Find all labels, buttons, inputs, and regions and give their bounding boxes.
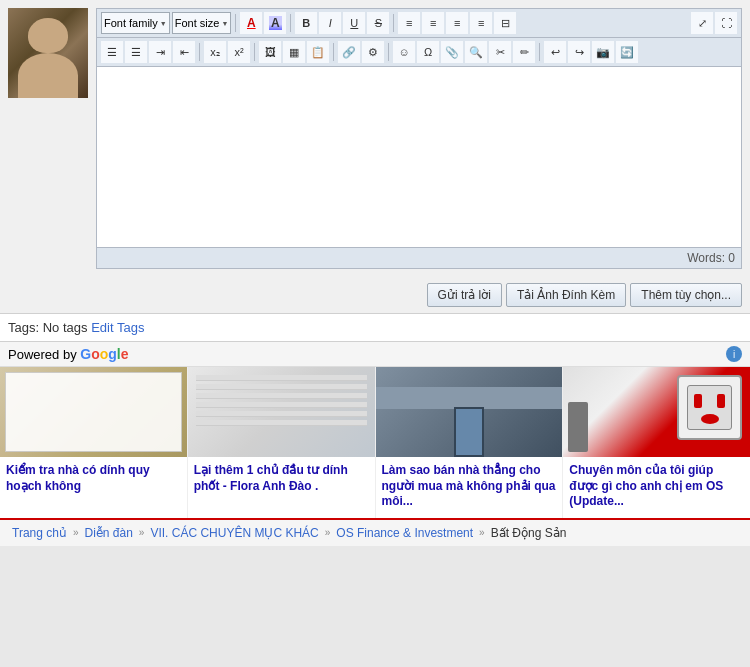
redo-button[interactable]: ↪	[568, 41, 590, 63]
editor-content-area[interactable]	[97, 67, 741, 247]
news-card-4: Chuyên môn của tôi giúp được gì cho anh …	[563, 367, 750, 518]
subscript-button[interactable]: x₂	[204, 41, 226, 63]
avatar	[8, 8, 88, 98]
door-icon	[454, 407, 484, 457]
strikethrough-button[interactable]: S	[367, 12, 389, 34]
send-reply-button[interactable]: Gửi trả lời	[427, 283, 502, 307]
camera-button[interactable]: 📷	[592, 41, 614, 63]
action-buttons-bar: Gửi trả lời Tải Ảnh Đính Kèm Thêm tùy ch…	[0, 277, 750, 313]
edit-tags-link[interactable]: Edit Tags	[91, 320, 144, 335]
news-title-3[interactable]: Làm sao bán nhà thẳng cho người mua mà k…	[382, 463, 557, 510]
attach-button[interactable]: 📎	[441, 41, 463, 63]
indent-button[interactable]: ⇥	[149, 41, 171, 63]
word-count: Words: 0	[687, 251, 735, 265]
toolbar-sep-1	[235, 14, 236, 32]
italic-button[interactable]: I	[319, 12, 341, 34]
news-thumb-2	[188, 367, 375, 457]
ul-list-button[interactable]: ☰	[101, 41, 123, 63]
wall-icon	[376, 387, 563, 409]
toolbar-sep-6	[333, 43, 334, 61]
powered-by-google: Powered by Google	[8, 346, 129, 362]
news-thumb-1	[0, 367, 187, 457]
special-char-button[interactable]: Ω	[417, 41, 439, 63]
upload-image-button[interactable]: Tải Ảnh Đính Kèm	[506, 283, 626, 307]
breadcrumb-sep-2: »	[139, 527, 145, 538]
breadcrumb-home[interactable]: Trang chủ	[8, 525, 71, 541]
toolbar-sep-2	[290, 14, 291, 32]
breadcrumb: Trang chủ » Diễn đàn » VII. CÁC CHUYÊN M…	[0, 518, 750, 546]
undo-button[interactable]: ↩	[544, 41, 566, 63]
font-size-select[interactable]: Font size	[172, 12, 232, 34]
horizontal-rule-button[interactable]: ⊟	[494, 12, 516, 34]
align-right-button[interactable]: ≡	[446, 12, 468, 34]
news-thumb-4	[563, 367, 750, 457]
tags-label: Tags:	[8, 320, 39, 335]
power-cube-icon	[677, 375, 742, 440]
news-card-1: Kiểm tra nhà có dính quy hoạch không	[0, 367, 188, 518]
google-logo: Google	[80, 346, 128, 362]
doc-icon	[5, 372, 182, 452]
insert-table-button[interactable]: ▦	[283, 41, 305, 63]
emoticon-button[interactable]: ☺	[393, 41, 415, 63]
paste-button[interactable]: 📋	[307, 41, 329, 63]
fullscreen-button[interactable]: ⛶	[715, 12, 737, 34]
superscript-button[interactable]: x²	[228, 41, 250, 63]
toolbar-sep-3	[393, 14, 394, 32]
breadcrumb-forum[interactable]: Diễn đàn	[80, 525, 136, 541]
news-thumb-3	[376, 367, 563, 457]
search-button[interactable]: 🔍	[465, 41, 487, 63]
news-title-4[interactable]: Chuyên môn của tôi giúp được gì cho anh …	[569, 463, 744, 510]
font-family-label: Font family	[104, 17, 158, 29]
resize-button[interactable]: ⤢	[691, 12, 713, 34]
format-button[interactable]: ✏	[513, 41, 535, 63]
breadcrumb-category[interactable]: VII. CÁC CHUYÊN MỤC KHÁC	[146, 525, 322, 541]
news-title-1[interactable]: Kiểm tra nhà có dính quy hoạch không	[6, 463, 181, 494]
align-justify-button[interactable]: ≡	[470, 12, 492, 34]
toolbar-row-2: ☰ ☰ ⇥ ⇤ x₂ x² 🖼 ▦ 📋 🔗 ⚙ ☺ Ω 📎 🔍 ✂ ✏ ↩ ↪ …	[97, 38, 741, 67]
ol-list-button[interactable]: ☰	[125, 41, 147, 63]
toolbar-sep-8	[539, 43, 540, 61]
insert-media-button[interactable]: ⚙	[362, 41, 384, 63]
tags-value: No tags	[43, 320, 88, 335]
toolbar-sep-5	[254, 43, 255, 61]
underline-button[interactable]: U	[343, 12, 365, 34]
insert-link-button[interactable]: 🔗	[338, 41, 360, 63]
breadcrumb-current: Bất Động Sản	[487, 525, 571, 541]
news-title-2[interactable]: Lại thêm 1 chủ đầu tư dính phốt - Flora …	[194, 463, 369, 494]
rich-text-editor: Font family Font size A A B I U S ≡ ≡ ≡ …	[96, 8, 742, 269]
editor-container: Font family Font size A A B I U S ≡ ≡ ≡ …	[0, 0, 750, 277]
toolbar-row-1: Font family Font size A A B I U S ≡ ≡ ≡ …	[97, 9, 741, 38]
outdent-button[interactable]: ⇤	[173, 41, 195, 63]
bold-button[interactable]: B	[295, 12, 317, 34]
more-options-button[interactable]: Thêm tùy chọn...	[630, 283, 742, 307]
tags-section: Tags: No tags Edit Tags	[0, 313, 750, 342]
breadcrumb-sep-1: »	[73, 527, 79, 538]
font-family-select[interactable]: Font family	[101, 12, 170, 34]
avatar-image	[8, 8, 88, 98]
insert-image-button[interactable]: 🖼	[259, 41, 281, 63]
toolbar-sep-4	[199, 43, 200, 61]
align-center-button[interactable]: ≡	[422, 12, 444, 34]
code-button[interactable]: ✂	[489, 41, 511, 63]
google-ads-section: Powered by Google i	[0, 342, 750, 367]
news-grid: Kiểm tra nhà có dính quy hoạch không Lại…	[0, 367, 750, 518]
bg-color-button[interactable]: A	[264, 12, 286, 34]
breadcrumb-finance[interactable]: OS Finance & Investment	[332, 525, 477, 541]
align-left-button[interactable]: ≡	[398, 12, 420, 34]
breadcrumb-sep-4: »	[479, 527, 485, 538]
table-icon	[196, 375, 367, 449]
breadcrumb-sep-3: »	[325, 527, 331, 538]
news-card-2: Lại thêm 1 chủ đầu tư dính phốt - Flora …	[188, 367, 376, 518]
font-size-label: Font size	[175, 17, 220, 29]
refresh-button[interactable]: 🔄	[616, 41, 638, 63]
powered-by-label: Powered by	[8, 347, 77, 362]
font-color-button[interactable]: A	[240, 12, 262, 34]
toolbar-sep-7	[388, 43, 389, 61]
editor-footer: Words: 0	[97, 247, 741, 268]
info-icon[interactable]: i	[726, 346, 742, 362]
news-card-3: Làm sao bán nhà thẳng cho người mua mà k…	[376, 367, 564, 518]
power-cord-icon	[568, 402, 588, 452]
